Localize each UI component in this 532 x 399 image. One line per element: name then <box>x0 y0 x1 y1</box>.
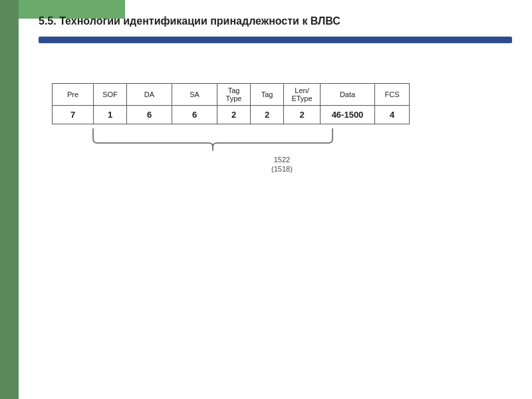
brace-label: 1522 (1518) <box>52 155 512 174</box>
page-title: 5.5. Технологии идентификации принадлежн… <box>39 15 512 29</box>
frame-table-container: Pre SOF DA SA Tag Type Tag Len/ EType Da… <box>52 83 512 174</box>
value-sof: 1 <box>94 105 127 124</box>
header-tag-type: Tag Type <box>217 83 251 105</box>
header-tag: Tag <box>251 83 284 105</box>
value-data: 46-1500 <box>321 105 375 124</box>
frame-table: Pre SOF DA SA Tag Type Tag Len/ EType Da… <box>52 83 410 124</box>
main-content: 5.5. Технологии идентификации принадлежн… <box>19 0 532 399</box>
left-green-bar <box>0 0 19 399</box>
brace-container: 1522 (1518) <box>52 127 512 174</box>
value-fcs: 4 <box>375 105 410 124</box>
page: 5.5. Технологии идентификации принадлежн… <box>0 0 532 399</box>
value-len-etype: 2 <box>284 105 321 124</box>
header-pre: Pre <box>53 83 94 105</box>
header-data: Data <box>321 83 375 105</box>
header-sa: SA <box>172 83 217 105</box>
value-tag: 2 <box>251 105 284 124</box>
brace-svg <box>52 127 371 154</box>
header-len-etype: Len/ EType <box>284 83 321 105</box>
header-sof: SOF <box>94 83 127 105</box>
header-da: DA <box>127 83 172 105</box>
value-sa: 6 <box>172 105 217 124</box>
value-da: 6 <box>127 105 172 124</box>
value-pre: 7 <box>53 105 94 124</box>
header-fcs: FCS <box>375 83 410 105</box>
divider-bar <box>39 37 512 43</box>
value-tag-type: 2 <box>217 105 251 124</box>
